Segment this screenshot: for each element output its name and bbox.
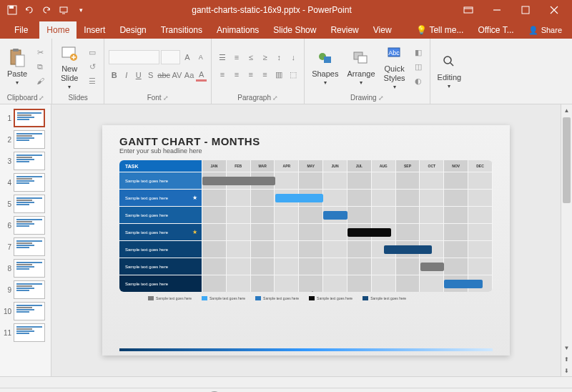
cut-icon[interactable]: ✂ [33, 46, 47, 59]
slide-thumbnail[interactable] [14, 302, 45, 320]
gantt-bar[interactable] [323, 211, 347, 220]
italic-icon[interactable]: I [121, 69, 132, 82]
shrink-font-icon[interactable]: A [194, 51, 207, 64]
strike-icon[interactable]: abc [157, 69, 170, 82]
slide-thumbnail[interactable] [14, 173, 45, 192]
vertical-scrollbar[interactable]: ▲ ▼ ⬆ ⬇ [561, 104, 572, 376]
slide-thumbnail[interactable] [14, 259, 45, 278]
slide-thumbnail[interactable] [14, 109, 45, 127]
tab-tellme[interactable]: 💡Tell me... [409, 21, 470, 39]
new-slide-button[interactable]: New Slide▾ [56, 41, 82, 91]
minimize-icon[interactable] [483, 1, 511, 19]
columns-icon[interactable]: ▥ [272, 68, 285, 81]
gantt-row[interactable]: Sample text goes here★ [119, 189, 493, 206]
para-launcher-icon[interactable]: ⤢ [272, 94, 278, 102]
slide-thumbnail[interactable] [14, 195, 45, 213]
undo-icon[interactable] [21, 2, 37, 18]
indent-inc-icon[interactable]: ≥ [259, 51, 272, 64]
share-button[interactable]: 👤Share [521, 21, 569, 39]
font-size-input[interactable] [161, 50, 180, 64]
indent-dec-icon[interactable]: ≤ [245, 51, 257, 64]
gantt-row[interactable]: Sample text goes here [119, 240, 493, 258]
start-slideshow-icon[interactable] [56, 2, 72, 18]
slide-thumbnail[interactable] [14, 280, 45, 299]
grow-font-icon[interactable]: A [182, 51, 194, 64]
slide-thumbnail[interactable] [14, 130, 45, 149]
tab-file[interactable]: File [3, 21, 39, 39]
font-family-input[interactable] [109, 50, 159, 64]
tab-review[interactable]: Review [323, 21, 365, 39]
gantt-chart[interactable]: TASK JANFEBMARAPRMAYJUNJULAUGSEPOCTNOVDE… [119, 160, 493, 292]
scrollbar-thumb[interactable] [563, 117, 571, 203]
gantt-bar[interactable] [202, 177, 275, 185]
tab-slideshow[interactable]: Slide Show [266, 21, 323, 39]
horizontal-scrollbar[interactable] [0, 376, 572, 388]
underline-icon[interactable]: U [133, 69, 144, 82]
slide-thumbnail[interactable] [14, 237, 45, 256]
maximize-icon[interactable] [512, 1, 539, 19]
gantt-row[interactable]: Sample text goes here [119, 206, 493, 223]
qat-customize-icon[interactable]: ▾ [73, 2, 89, 18]
slide-thumbnail[interactable] [14, 152, 45, 170]
drawing-launcher-icon[interactable]: ⤢ [378, 94, 384, 102]
tab-transitions[interactable]: Transitions [154, 21, 209, 39]
gantt-bar[interactable] [384, 245, 433, 254]
tab-animations[interactable]: Animations [209, 21, 266, 39]
spacing-icon[interactable]: AV [172, 69, 182, 82]
font-color-icon[interactable]: A [196, 69, 207, 82]
justify-icon[interactable]: ≡ [259, 68, 272, 81]
layout-icon[interactable]: ▭ [85, 46, 99, 59]
reset-icon[interactable]: ↺ [85, 60, 99, 73]
bold-icon[interactable]: B [109, 69, 119, 82]
shapes-button[interactable]: Shapes▾ [309, 46, 341, 87]
shape-outline-icon[interactable]: ◫ [411, 60, 425, 73]
gantt-row[interactable]: Sample text goes here [119, 258, 493, 275]
tab-home[interactable]: Home [39, 21, 77, 39]
ribbon-options-icon[interactable] [455, 1, 482, 19]
bullets-icon[interactable]: ☰ [216, 51, 229, 64]
shape-effects-icon[interactable]: ◐ [411, 74, 425, 87]
section-icon[interactable]: ☰ [85, 74, 99, 87]
quick-styles-button[interactable]: Abc Quick Styles▾ [381, 41, 408, 91]
align-right-icon[interactable]: ≡ [245, 68, 257, 81]
tab-office[interactable]: Office T... [470, 21, 521, 39]
tab-view[interactable]: View [366, 21, 399, 39]
gantt-bar[interactable] [347, 228, 391, 237]
case-icon[interactable]: Aa [184, 69, 194, 82]
numbering-icon[interactable]: ≡ [230, 51, 243, 64]
slide-title[interactable]: GANTT CHART - MONTHS [119, 135, 493, 147]
text-dir-icon[interactable]: ↓ [287, 51, 300, 64]
gantt-row[interactable]: Sample text goes here [119, 172, 493, 189]
shape-fill-icon[interactable]: ◧ [411, 46, 425, 59]
editing-button[interactable]: Editing▾ [435, 50, 465, 91]
smartart-icon[interactable]: ⬚ [287, 68, 300, 81]
scroll-down-icon[interactable]: ▼ [561, 342, 572, 353]
next-slide-icon[interactable]: ⬇ [561, 365, 572, 376]
paste-button[interactable]: Paste▾ [4, 46, 30, 87]
slide-thumbnail[interactable] [14, 216, 45, 235]
gantt-row[interactable]: Sample text goes here★ [119, 223, 493, 240]
tab-design[interactable]: Design [112, 21, 153, 39]
slide-canvas[interactable]: GANTT CHART - MONTHS Enter your sub head… [102, 125, 510, 356]
redo-icon[interactable] [39, 2, 54, 18]
shadow-icon[interactable]: S [145, 69, 156, 82]
tab-insert[interactable]: Insert [77, 21, 112, 39]
thumbnail-panel[interactable]: 1 2 3 4 5 6 7 8 9 10 11 [0, 104, 51, 376]
font-launcher-icon[interactable]: ⤢ [163, 94, 169, 102]
prev-slide-icon[interactable]: ⬆ [561, 353, 572, 365]
line-spacing-icon[interactable]: ↕ [272, 51, 285, 64]
gantt-bar[interactable] [275, 194, 324, 202]
gantt-row[interactable]: Sample text goes here [119, 275, 493, 292]
slide-subtitle[interactable]: Enter your sub headline here [119, 147, 493, 155]
clipboard-launcher-icon[interactable]: ⤢ [39, 94, 44, 102]
slide-thumbnail[interactable] [14, 323, 45, 342]
arrange-button[interactable]: Arrange▾ [344, 46, 378, 87]
format-painter-icon[interactable]: 🖌 [33, 74, 47, 87]
align-left-icon[interactable]: ≡ [216, 68, 229, 81]
gantt-bar[interactable] [420, 263, 445, 271]
scroll-up-icon[interactable]: ▲ [561, 104, 572, 116]
close-icon[interactable] [541, 1, 568, 19]
copy-icon[interactable]: ⧉ [33, 60, 47, 73]
slide-area[interactable]: GANTT CHART - MONTHS Enter your sub head… [51, 104, 561, 376]
gantt-bar[interactable] [444, 280, 483, 288]
